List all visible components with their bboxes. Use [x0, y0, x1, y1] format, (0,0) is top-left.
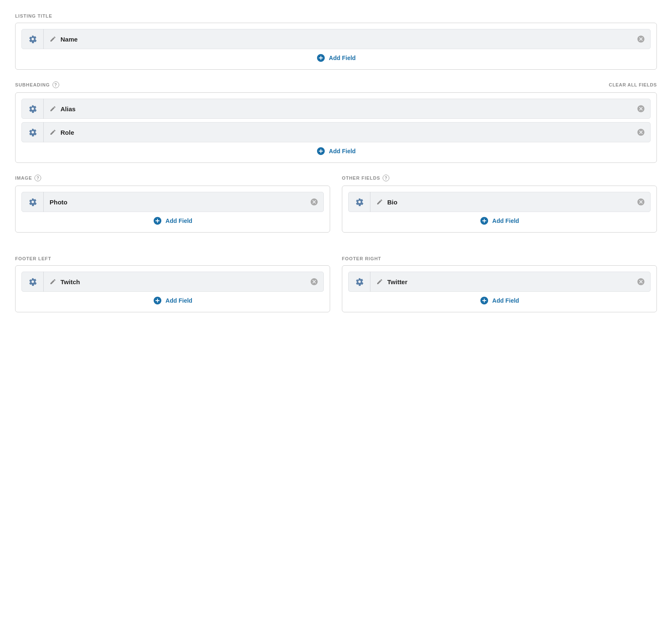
footer-left-add-label: Add Field: [165, 297, 192, 304]
add-circle-icon: [316, 147, 326, 156]
bio-field-row: Bio: [348, 192, 651, 212]
role-field-row: Role: [21, 122, 651, 142]
image-container: Photo Add Field: [15, 186, 330, 233]
twitch-field-label: Twitch: [44, 278, 305, 285]
photo-gear-button[interactable]: [22, 192, 44, 212]
footer-left-container: Twitch Add Field: [15, 265, 330, 312]
gear-icon: [355, 198, 364, 206]
alias-field-label: Alias: [44, 105, 632, 113]
twitch-field-row: Twitch: [21, 272, 324, 292]
alias-gear-button[interactable]: [22, 99, 44, 119]
bio-field-label: Bio: [370, 199, 632, 206]
listing-title-add-field[interactable]: Add Field: [21, 53, 651, 63]
pencil-icon: [50, 36, 56, 42]
subheading-add-field[interactable]: Add Field: [21, 147, 651, 156]
bio-remove-button[interactable]: [632, 192, 650, 212]
remove-icon: [310, 198, 318, 206]
remove-icon: [637, 277, 645, 286]
gear-icon: [29, 198, 37, 206]
footer-left-add-field[interactable]: Add Field: [21, 296, 324, 305]
remove-icon: [637, 128, 645, 136]
name-gear-button[interactable]: [22, 29, 44, 49]
image-other-row: IMAGE ? Photo: [15, 175, 657, 244]
alias-remove-button[interactable]: [632, 99, 650, 119]
other-fields-section: OTHER FIELDS ? Bio: [342, 175, 657, 244]
footer-right-section: FOOTER RIGHT Twitter: [342, 256, 657, 324]
subheading-label: SUBHEADING: [15, 82, 50, 87]
remove-icon: [637, 198, 645, 206]
subheading-section: SUBHEADING ? CLEAR ALL FIELDS Alias: [15, 81, 657, 163]
alias-field-row: Alias: [21, 99, 651, 119]
pencil-icon: [50, 278, 56, 285]
other-fields-container: Bio Add Field: [342, 186, 657, 233]
image-help-icon[interactable]: ?: [34, 175, 41, 181]
role-gear-button[interactable]: [22, 122, 44, 142]
footer-left-label: FOOTER LEFT: [15, 256, 51, 261]
remove-icon: [310, 277, 318, 286]
footer-right-add-label: Add Field: [492, 297, 519, 304]
gear-icon: [29, 128, 37, 136]
twitch-gear-button[interactable]: [22, 272, 44, 292]
twitch-remove-button[interactable]: [305, 272, 323, 292]
pencil-icon: [50, 129, 56, 136]
twitter-field-row: Twitter: [348, 272, 651, 292]
image-add-label: Add Field: [165, 217, 192, 224]
pencil-icon: [376, 278, 383, 285]
listing-title-container: Name Add Field: [15, 23, 657, 70]
footer-left-section: FOOTER LEFT Twitch: [15, 256, 330, 324]
footer-right-label: FOOTER RIGHT: [342, 256, 381, 261]
remove-icon: [637, 105, 645, 113]
photo-remove-button[interactable]: [305, 192, 323, 212]
listing-title-add-label: Add Field: [329, 55, 356, 61]
subheading-container: Alias Role: [15, 92, 657, 163]
pencil-icon: [50, 105, 56, 112]
image-section: IMAGE ? Photo: [15, 175, 330, 244]
other-fields-label: OTHER FIELDS: [342, 175, 380, 181]
listing-title-label: LISTING TITLE: [15, 13, 52, 18]
other-fields-help-icon[interactable]: ?: [383, 175, 389, 181]
footer-right-add-field[interactable]: Add Field: [348, 296, 651, 305]
image-label: IMAGE: [15, 175, 32, 181]
add-circle-icon: [153, 296, 162, 305]
gear-icon: [29, 277, 37, 286]
footer-right-container: Twitter Add Field: [342, 265, 657, 312]
role-remove-button[interactable]: [632, 122, 650, 142]
name-remove-button[interactable]: [632, 29, 650, 49]
bio-gear-button[interactable]: [349, 192, 370, 212]
add-circle-icon: [480, 216, 489, 225]
clear-all-button[interactable]: CLEAR ALL FIELDS: [609, 82, 657, 87]
add-circle-icon: [480, 296, 489, 305]
remove-icon: [637, 35, 645, 43]
footer-row: FOOTER LEFT Twitch: [15, 256, 657, 324]
other-fields-add-label: Add Field: [492, 217, 519, 224]
gear-icon: [29, 35, 37, 43]
add-circle-icon: [153, 216, 162, 225]
name-field-row: Name: [21, 29, 651, 49]
pencil-icon: [376, 199, 383, 205]
listing-title-section: LISTING TITLE Name: [15, 13, 657, 70]
subheading-add-label: Add Field: [329, 148, 356, 154]
twitter-remove-button[interactable]: [632, 272, 650, 292]
photo-field-label: Photo: [44, 199, 305, 206]
photo-field-row: Photo: [21, 192, 324, 212]
gear-icon: [29, 105, 37, 113]
gear-icon: [355, 277, 364, 286]
twitter-gear-button[interactable]: [349, 272, 370, 292]
name-field-label: Name: [44, 36, 632, 43]
add-circle-icon: [316, 53, 326, 63]
other-fields-add-field[interactable]: Add Field: [348, 216, 651, 225]
subheading-help-icon[interactable]: ?: [52, 81, 59, 88]
image-add-field[interactable]: Add Field: [21, 216, 324, 225]
role-field-label: Role: [44, 129, 632, 136]
twitter-field-label: Twitter: [370, 278, 632, 285]
